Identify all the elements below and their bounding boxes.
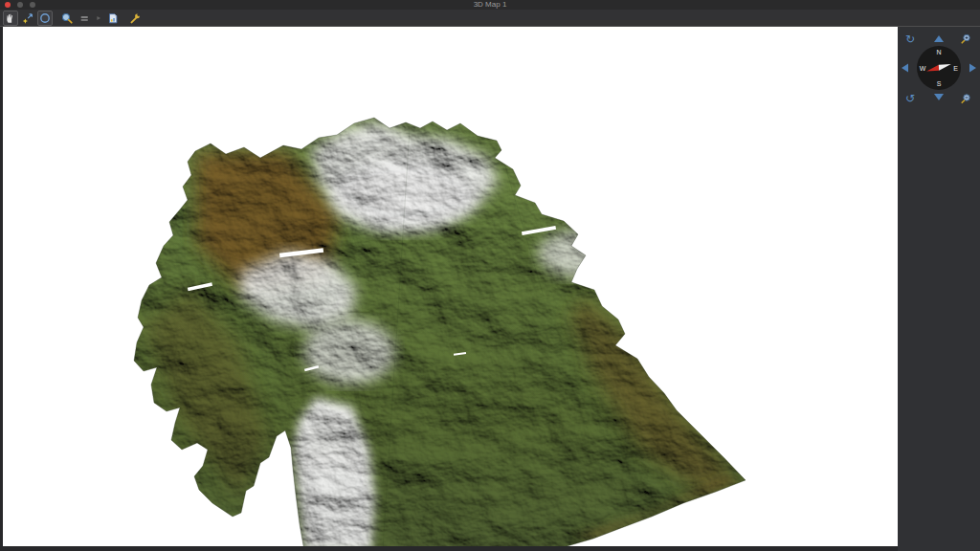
rotate-ccw-icon[interactable]: ↻ bbox=[905, 33, 915, 46]
viewport-bottom-edge bbox=[0, 546, 980, 551]
camera-navigation-widget: ↻ ↺ N S W E bbox=[898, 29, 980, 111]
camera-pan-button[interactable] bbox=[3, 11, 18, 26]
configure-button[interactable] bbox=[127, 11, 143, 26]
zoom-in-icon[interactable] bbox=[962, 34, 969, 43]
minimize-button[interactable] bbox=[17, 2, 23, 8]
close-button[interactable] bbox=[5, 2, 11, 8]
zoom-out-icon[interactable] bbox=[962, 95, 969, 103]
identify-button[interactable] bbox=[59, 11, 75, 26]
rotate-cw-icon[interactable]: ↺ bbox=[905, 92, 915, 105]
zoom-button[interactable] bbox=[30, 2, 35, 8]
window-titlebar: 3D Map 1 bbox=[0, 0, 980, 10]
terrain-3d-render bbox=[3, 27, 898, 546]
compass-west-label: W bbox=[920, 65, 926, 72]
pan-up-arrow[interactable] bbox=[934, 35, 944, 42]
3d-map-toolbar bbox=[0, 10, 980, 27]
zoom-full-icon bbox=[21, 11, 34, 26]
notification-circle-icon bbox=[38, 11, 52, 26]
compass-east-label: E bbox=[953, 65, 958, 72]
save-image-button[interactable] bbox=[105, 11, 121, 26]
viewport-left-edge bbox=[0, 27, 3, 551]
pan-right-arrow[interactable] bbox=[969, 64, 976, 73]
window-controls bbox=[5, 2, 35, 8]
compass[interactable]: N S W E bbox=[917, 46, 961, 90]
3d-map-viewport[interactable] bbox=[3, 27, 898, 546]
zoom-full-button[interactable] bbox=[20, 11, 35, 26]
terrain-surface bbox=[3, 27, 898, 546]
measure-line-button[interactable] bbox=[77, 11, 92, 26]
play-animation-icon bbox=[95, 11, 102, 26]
navigation-sidebar: ↻ ↺ N S W E bbox=[898, 27, 980, 551]
pan-left-arrow[interactable] bbox=[902, 64, 908, 73]
save-image-icon bbox=[106, 11, 120, 26]
magnifier-identify-icon bbox=[60, 11, 74, 26]
on-screen-notification-button[interactable] bbox=[37, 11, 53, 26]
measure-lines-icon bbox=[78, 11, 91, 26]
wrench-configure-icon bbox=[128, 11, 142, 26]
hand-pan-icon bbox=[4, 11, 17, 26]
animations-button[interactable] bbox=[94, 11, 103, 26]
compass-south-label: S bbox=[937, 80, 942, 87]
pan-down-arrow[interactable] bbox=[934, 94, 944, 100]
window-title: 3D Map 1 bbox=[474, 0, 507, 10]
compass-north-label: N bbox=[936, 49, 941, 55]
